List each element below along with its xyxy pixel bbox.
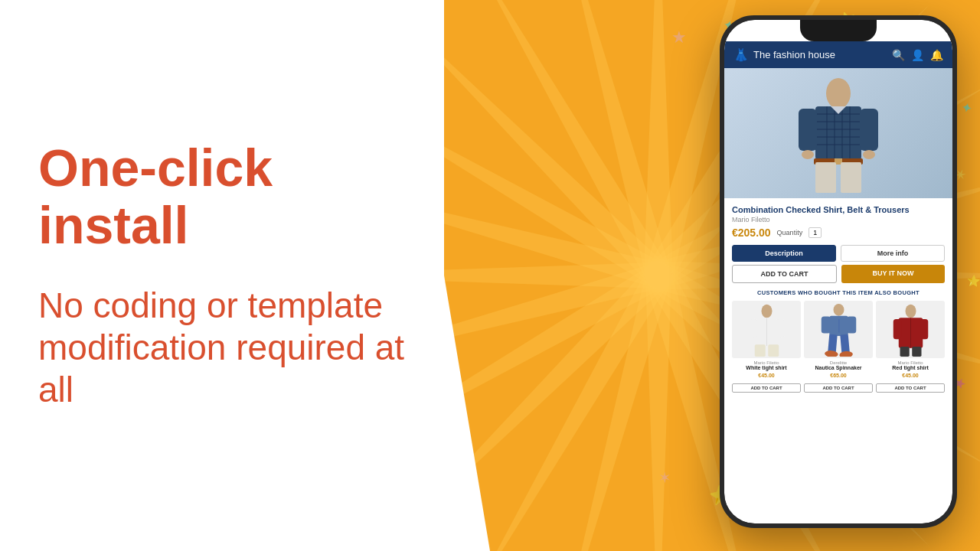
main-heading: One-click install [38, 139, 406, 254]
product-title: Combination Checked Shirt, Belt & Trouse… [732, 204, 945, 215]
app-header-left: 👗 The fashion house [733, 47, 835, 62]
sub-heading: No coding or template modification requi… [38, 285, 406, 412]
product-brand: Mario Filetto [732, 216, 945, 223]
product-image-area [724, 68, 952, 198]
svg-rect-42 [847, 316, 856, 333]
phone-frame: 👗 The fashion house 🔍 👤 🔔 [720, 15, 957, 528]
also-bought-title: CUSTOMERS WHO BOUGHT THIS ITEM ALSO BOUG… [732, 289, 945, 296]
svg-rect-26 [841, 162, 861, 193]
related-add-btn-2[interactable]: ADD TO CART [804, 383, 873, 393]
svg-rect-28 [799, 109, 817, 151]
related-price-3: €45.00 [876, 373, 945, 378]
svg-rect-37 [754, 344, 765, 357]
related-product-1: Mario Filetto White tight shirt €45.00 A… [732, 301, 801, 392]
svg-rect-35 [749, 319, 757, 338]
also-bought-section: CUSTOMERS WHO BOUGHT THIS ITEM ALSO BOUG… [724, 286, 952, 395]
svg-rect-38 [768, 344, 779, 357]
svg-point-22 [826, 78, 851, 109]
related-products: Mario Filetto White tight shirt €45.00 A… [732, 301, 945, 392]
svg-rect-53 [900, 347, 909, 357]
svg-point-48 [905, 305, 916, 318]
svg-point-47 [839, 350, 853, 357]
svg-rect-25 [815, 162, 836, 193]
svg-point-31 [863, 150, 875, 159]
related-product-3: Mario Filetto Red tight shirt €45.00 ADD… [876, 301, 945, 392]
related-add-btn-3[interactable]: ADD TO CART [876, 383, 945, 393]
related-product-img-2 [804, 301, 873, 358]
product-price: €205.00 [732, 227, 771, 239]
related-product-img-3 [876, 301, 945, 358]
phone-screen: 👗 The fashion house 🔍 👤 🔔 [724, 20, 952, 523]
svg-point-46 [824, 350, 838, 357]
svg-point-39 [833, 304, 844, 316]
quantity-value[interactable]: 1 [808, 227, 822, 238]
left-section: One-click install No coding or template … [0, 0, 444, 551]
store-name: The fashion house [753, 49, 835, 60]
svg-rect-51 [893, 319, 901, 339]
svg-rect-54 [912, 347, 921, 357]
svg-rect-52 [920, 319, 928, 339]
product-info: Combination Checked Shirt, Belt & Trouse… [724, 198, 952, 242]
search-icon[interactable]: 🔍 [892, 49, 905, 61]
user-icon[interactable]: 👤 [911, 49, 924, 61]
product-image [792, 72, 884, 194]
product-price-row: €205.00 Quantity 1 [732, 227, 945, 239]
related-product-2: Derelitte Nautica Spinnaker €65.00 ADD T… [804, 301, 873, 392]
buy-now-button[interactable]: BUY IT NOW [841, 265, 945, 283]
tab-row: Description More info [724, 242, 952, 265]
svg-rect-45 [838, 319, 839, 333]
phone-notch [800, 20, 877, 41]
description-tab[interactable]: Description [732, 245, 836, 262]
phone-mockup: 👗 The fashion house 🔍 👤 🔔 [720, 15, 957, 528]
svg-point-30 [802, 150, 814, 159]
add-to-cart-button[interactable]: ADD TO CART [732, 265, 837, 283]
related-add-btn-1[interactable]: ADD TO CART [732, 383, 801, 393]
more-info-tab[interactable]: More info [841, 245, 945, 262]
quantity-label: Quantity [777, 229, 803, 236]
related-price-1: €45.00 [732, 373, 801, 378]
related-name-2: Nautica Spinnaker [804, 365, 873, 371]
app-header-icons: 🔍 👤 🔔 [892, 49, 943, 61]
cart-row: ADD TO CART BUY IT NOW [724, 265, 952, 286]
svg-rect-36 [776, 319, 784, 338]
related-name-1: White tight shirt [732, 365, 801, 371]
svg-rect-41 [821, 316, 830, 333]
store-icon: 👗 [733, 47, 749, 62]
svg-rect-29 [860, 109, 878, 151]
svg-point-32 [761, 305, 772, 318]
app-header: 👗 The fashion house 🔍 👤 🔔 [724, 41, 952, 68]
related-price-2: €65.00 [804, 373, 873, 378]
bell-icon[interactable]: 🔔 [930, 49, 943, 61]
related-product-img-1 [732, 301, 801, 358]
related-name-3: Red tight shirt [876, 365, 945, 371]
